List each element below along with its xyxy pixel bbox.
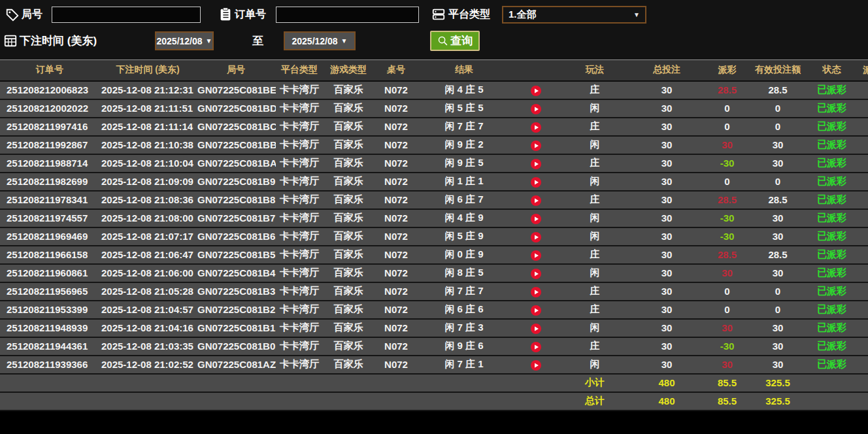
play-type-cell: 庄 — [562, 154, 627, 173]
payout-cell: 0 — [706, 282, 748, 301]
result-cell: 闲 4 庄 5 — [418, 81, 510, 99]
total-bet-cell: 30 — [627, 246, 706, 264]
play-icon[interactable] — [531, 177, 541, 188]
game-no-cell: GN07225C081B5 — [196, 246, 276, 264]
result-cell: 闲 1 庄 1 — [418, 173, 510, 191]
game-no-cell: GN07225C081BE — [196, 81, 276, 99]
clipped-cell — [856, 356, 868, 374]
game-no-input[interactable] — [52, 7, 201, 23]
table-row: 251208211978341 2025-12-08 21:08:36 GN07… — [0, 191, 868, 209]
payout-cell: 30 — [706, 356, 748, 374]
game-no-cell: GN07225C081AZ — [196, 356, 276, 374]
order-id-cell: 251208211978341 — [0, 191, 99, 209]
date-to-picker[interactable]: 2025/12/08 ▼ — [284, 31, 356, 50]
play-icon[interactable] — [531, 269, 541, 279]
replay-cell — [510, 319, 562, 337]
play-icon[interactable] — [531, 250, 541, 261]
order-id-cell: 251208211992867 — [0, 136, 99, 154]
order-id-cell: 251208211953399 — [0, 301, 99, 319]
payout-cell: -30 — [706, 337, 748, 356]
status-cell: 已派彩 — [807, 319, 856, 337]
play-icon[interactable] — [531, 104, 541, 114]
total-bet-cell: 30 — [627, 191, 706, 209]
platform-cell: 卡卡湾厅 — [276, 99, 323, 118]
clipped-cell — [856, 264, 868, 282]
platform-cell: 卡卡湾厅 — [276, 319, 323, 337]
payout-cell: 30 — [706, 264, 748, 282]
order-id-cell: 251208211944361 — [0, 337, 99, 356]
game-no-cell: GN07225C081BD — [196, 99, 276, 118]
order-id-cell: 251208211988714 — [0, 154, 99, 173]
valid-bet-cell: 30 — [748, 264, 807, 282]
bet-records-table: 订单号 下注时间 (美东) 局号 平台类型 游戏类型 桌号 结果 玩法 总投注 … — [0, 59, 868, 411]
table-row: 251208212006823 2025-12-08 21:12:31 GN07… — [0, 81, 868, 99]
game-type-cell: 百家乐 — [323, 227, 374, 246]
replay-cell — [510, 227, 562, 246]
total-bet-cell: 30 — [627, 81, 706, 99]
game-no-label: 局号 — [22, 8, 42, 22]
game-type-cell: 百家乐 — [323, 99, 374, 118]
result-cell: 闲 7 庄 7 — [418, 282, 510, 301]
play-type-cell: 庄 — [562, 337, 627, 356]
platform-cell: 卡卡湾厅 — [276, 118, 323, 136]
play-icon[interactable] — [531, 324, 541, 334]
play-type-cell: 闲 — [562, 227, 627, 246]
replay-cell — [510, 356, 562, 374]
order-no-input[interactable] — [276, 7, 419, 23]
bet-time-cell: 2025-12-08 21:10:04 — [99, 154, 196, 173]
subtotal-payout: 85.5 — [706, 374, 748, 392]
bet-time-cell: 2025-12-08 21:07:17 — [99, 227, 196, 246]
table-no-cell: N072 — [374, 227, 418, 246]
result-cell: 闲 0 庄 9 — [418, 246, 510, 264]
game-type-cell: 百家乐 — [323, 81, 374, 99]
platform-cell: 卡卡湾厅 — [276, 246, 323, 264]
play-type-cell: 闲 — [562, 356, 627, 374]
platform-type-select[interactable]: 1.全部 ▼ — [502, 6, 646, 24]
total-bet-cell: 30 — [627, 209, 706, 227]
play-icon[interactable] — [531, 342, 541, 352]
order-id-cell: 251208211966158 — [0, 246, 99, 264]
platform-cell: 卡卡湾厅 — [276, 227, 323, 246]
play-icon[interactable] — [531, 305, 541, 316]
play-icon[interactable] — [531, 195, 541, 206]
play-icon[interactable] — [531, 122, 541, 133]
status-cell: 已派彩 — [807, 356, 856, 374]
play-icon[interactable] — [531, 159, 541, 169]
clipped-cell — [856, 99, 868, 118]
play-icon[interactable] — [531, 86, 541, 96]
game-no-cell: GN07225C081B0 — [196, 337, 276, 356]
total-payout: 85.5 — [706, 392, 748, 410]
platform-cell: 卡卡湾厅 — [276, 264, 323, 282]
play-icon[interactable] — [531, 287, 541, 297]
payout-cell: 0 — [706, 173, 748, 191]
date-from-picker[interactable]: 2025/12/08 ▼ — [155, 31, 214, 50]
game-no-cell: GN07225C081BB — [196, 136, 276, 154]
valid-bet-cell: 0 — [748, 118, 807, 136]
query-button[interactable]: 查询 — [430, 31, 480, 51]
subtotal-label: 小计 — [562, 374, 627, 392]
result-cell: 闲 5 庄 5 — [418, 99, 510, 118]
valid-bet-cell: 0 — [748, 99, 807, 118]
table-header-row: 订单号 下注时间 (美东) 局号 平台类型 游戏类型 桌号 结果 玩法 总投注 … — [0, 60, 868, 81]
table-no-cell: N072 — [374, 246, 418, 264]
clipped-cell — [856, 301, 868, 319]
order-id-cell: 251208211956965 — [0, 282, 99, 301]
valid-bet-cell: 28.5 — [748, 246, 807, 264]
col-game-no: 局号 — [196, 60, 276, 81]
table-row: 251208211969469 2025-12-08 21:07:17 GN07… — [0, 227, 868, 246]
server-icon — [431, 7, 446, 22]
play-icon[interactable] — [531, 232, 541, 242]
play-icon[interactable] — [531, 214, 541, 224]
play-icon[interactable] — [531, 360, 541, 371]
valid-bet-cell: 28.5 — [748, 81, 807, 99]
play-icon[interactable] — [531, 141, 541, 151]
clipped-cell — [856, 118, 868, 136]
play-type-cell: 闲 — [562, 319, 627, 337]
table-row: 251208211953399 2025-12-08 21:04:57 GN07… — [0, 301, 868, 319]
payout-cell: 30 — [706, 319, 748, 337]
total-bet-cell: 30 — [627, 99, 706, 118]
order-id-cell: 251208211969469 — [0, 227, 99, 246]
col-replay — [510, 60, 562, 81]
result-cell: 闲 7 庄 1 — [418, 356, 510, 374]
col-table-no: 桌号 — [374, 60, 418, 81]
